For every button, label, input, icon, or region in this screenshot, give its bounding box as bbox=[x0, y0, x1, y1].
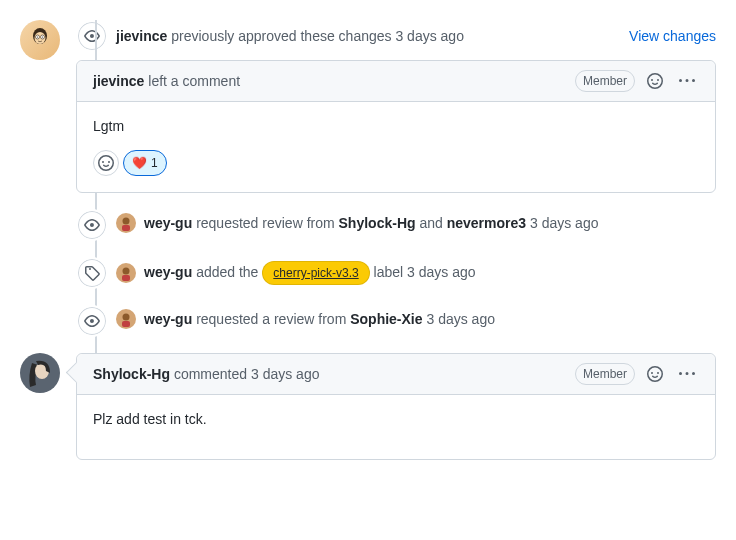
avatar[interactable] bbox=[116, 309, 136, 329]
reviewer-link[interactable]: Shylock-Hg bbox=[339, 215, 416, 231]
comment-text: Plz add test in tck. bbox=[93, 411, 699, 427]
comment-header: jievince left a comment Member bbox=[77, 61, 715, 102]
timestamp[interactable]: 3 days ago bbox=[251, 366, 320, 382]
add-reaction-button[interactable] bbox=[93, 150, 119, 176]
heart-icon: ❤️ bbox=[132, 151, 147, 175]
user-link[interactable]: jievince bbox=[116, 28, 167, 44]
avatar[interactable] bbox=[20, 353, 60, 393]
svg-point-4 bbox=[37, 36, 38, 37]
user-link[interactable]: Shylock-Hg bbox=[93, 366, 170, 382]
svg-point-5 bbox=[42, 36, 43, 37]
svg-rect-9 bbox=[122, 275, 130, 281]
avatar[interactable] bbox=[116, 213, 136, 233]
reaction-count: 1 bbox=[151, 151, 158, 175]
svg-rect-11 bbox=[122, 321, 130, 327]
user-link[interactable]: jievince bbox=[93, 73, 144, 89]
tag-icon bbox=[76, 257, 108, 289]
comment-action: left a comment bbox=[148, 73, 240, 89]
svg-point-6 bbox=[123, 218, 130, 225]
comment-action: commented bbox=[174, 366, 247, 382]
user-link[interactable]: wey-gu bbox=[144, 264, 192, 280]
avatar[interactable] bbox=[116, 263, 136, 283]
timestamp[interactable]: 3 days ago bbox=[395, 28, 464, 44]
label-word: label bbox=[374, 264, 404, 280]
member-badge: Member bbox=[575, 70, 635, 92]
smiley-icon[interactable] bbox=[643, 362, 667, 386]
view-changes-link[interactable]: View changes bbox=[629, 28, 716, 44]
svg-rect-7 bbox=[122, 225, 130, 231]
comment-text: Lgtm bbox=[93, 118, 699, 134]
user-link[interactable]: wey-gu bbox=[144, 311, 192, 327]
member-badge: Member bbox=[575, 363, 635, 385]
timestamp[interactable]: 3 days ago bbox=[426, 311, 495, 327]
event-action: requested review from bbox=[196, 215, 335, 231]
svg-point-8 bbox=[123, 268, 130, 275]
smiley-icon[interactable] bbox=[643, 69, 667, 93]
reviewer-link[interactable]: nevermore3 bbox=[447, 215, 526, 231]
timestamp[interactable]: 3 days ago bbox=[407, 264, 476, 280]
and-text: and bbox=[419, 215, 442, 231]
reviewer-link[interactable]: Sophie-Xie bbox=[350, 311, 422, 327]
svg-point-10 bbox=[123, 314, 130, 321]
eye-icon bbox=[76, 209, 108, 241]
kebab-icon[interactable] bbox=[675, 362, 699, 386]
timestamp[interactable]: 3 days ago bbox=[530, 215, 599, 231]
avatar[interactable] bbox=[20, 20, 60, 60]
event-action: requested a review from bbox=[196, 311, 346, 327]
label-tag[interactable]: cherry-pick-v3.3 bbox=[262, 261, 369, 285]
review-action: previously approved these changes bbox=[171, 28, 391, 44]
eye-icon bbox=[76, 20, 108, 52]
user-link[interactable]: wey-gu bbox=[144, 215, 192, 231]
heart-reaction-button[interactable]: ❤️ 1 bbox=[123, 150, 167, 176]
comment-header: Shylock-Hg commented 3 days ago Member bbox=[77, 354, 715, 395]
event-action: added the bbox=[196, 264, 258, 280]
eye-icon bbox=[76, 305, 108, 337]
kebab-icon[interactable] bbox=[675, 69, 699, 93]
